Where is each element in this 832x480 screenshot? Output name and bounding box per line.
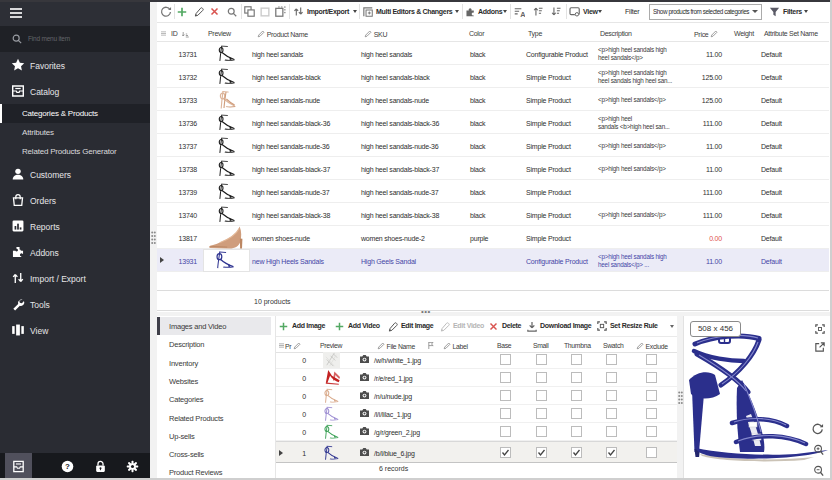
svg-text:?: ? xyxy=(65,462,70,471)
svg-text:A: A xyxy=(520,10,525,17)
